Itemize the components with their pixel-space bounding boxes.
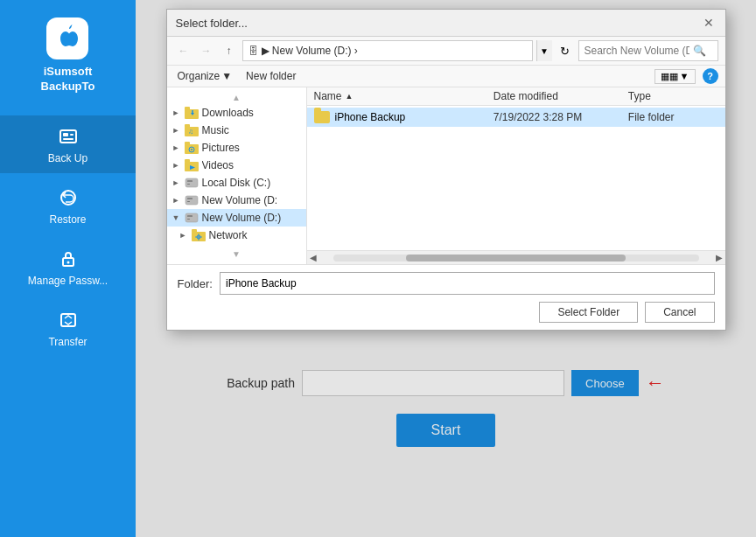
file-rows: iPhone Backup 7/19/2022 3:28 PM File fol…: [307, 106, 725, 250]
svg-rect-15: [185, 142, 190, 145]
local-disk-c-icon: [185, 177, 199, 189]
svg-rect-19: [185, 159, 190, 163]
tree-label-network: Network: [209, 229, 248, 241]
sidebar-item-restore-label: Restore: [49, 213, 86, 226]
tree-label-music: Music: [202, 124, 229, 136]
search-box: 🔍: [578, 40, 718, 61]
address-bar-icon: 🗄: [248, 45, 258, 56]
sort-icon: ▲: [346, 92, 354, 101]
nav-back-button[interactable]: ←: [174, 41, 193, 60]
tree-chevron-new-volume-d: ▼: [172, 213, 181, 222]
tree-chevron-local-disk-c: ►: [172, 178, 181, 187]
tree-chevron-videos: ►: [172, 161, 181, 170]
tree-item-new-volume-d[interactable]: ▼ New Volume (D:): [167, 209, 306, 227]
dialog-overlay: Select folder... ✕ ← → ↑ 🗄 ▶ New Volume …: [136, 0, 756, 537]
table-row[interactable]: iPhone Backup 7/19/2022 3:28 PM File fol…: [307, 108, 725, 127]
svg-rect-3: [63, 138, 74, 140]
app-logo-icon: [46, 17, 88, 59]
sidebar-item-backup[interactable]: Back Up: [0, 115, 136, 173]
dialog-close-button[interactable]: ✕: [701, 15, 717, 31]
search-input[interactable]: [584, 45, 690, 57]
svg-text:♫: ♫: [188, 128, 193, 136]
refresh-button[interactable]: ↻: [556, 41, 575, 60]
organize-label: Organize: [178, 70, 220, 82]
folder-input[interactable]: [220, 272, 715, 295]
videos-icon: [185, 159, 199, 171]
tree-chevron-new-volume-d-child: ►: [172, 196, 181, 205]
address-dropdown-button[interactable]: ▼: [536, 40, 552, 61]
svg-rect-21: [186, 178, 198, 187]
sidebar-item-restore[interactable]: Restore: [0, 177, 136, 234]
dialog-footer: Folder: Select Folder Cancel: [167, 264, 725, 330]
scroll-left-button[interactable]: ◀: [307, 253, 319, 262]
tree-item-local-disk-c[interactable]: ► Local Disk (C:): [167, 174, 306, 192]
dialog-toolbar2: Organize ▼ New folder ▦▦ ▼ ?: [167, 66, 725, 87]
help-button[interactable]: ?: [703, 68, 718, 84]
tree-chevron-pictures: ►: [172, 143, 181, 152]
svg-rect-26: [187, 201, 190, 202]
network-icon: [192, 229, 206, 241]
file-name-label: iPhone Backup: [335, 111, 406, 123]
file-row-date: 7/19/2022 3:28 PM: [494, 111, 628, 123]
select-folder-button[interactable]: Select Folder: [539, 302, 638, 323]
svg-rect-27: [186, 213, 198, 222]
nav-up-button[interactable]: ↑: [220, 41, 239, 60]
svg-rect-22: [187, 180, 192, 182]
svg-rect-29: [187, 219, 190, 220]
tree-item-network[interactable]: ► Network: [167, 227, 306, 244]
svg-rect-0: [60, 130, 76, 143]
dialog-titlebar: Select folder... ✕: [167, 10, 725, 37]
nav-forward-button[interactable]: →: [197, 41, 216, 60]
svg-rect-25: [187, 198, 192, 199]
file-row-type: File folder: [628, 111, 718, 123]
downloads-icon: [185, 107, 199, 119]
sidebar-item-transfer-label: Transfer: [48, 336, 87, 348]
tree-item-downloads[interactable]: ► Downloads: [167, 104, 306, 122]
cancel-button[interactable]: Cancel: [645, 302, 714, 323]
dialog-toolbar: ← → ↑ 🗄 ▶ New Volume (D:) › ▼ ↻ 🔍: [167, 37, 725, 66]
tree-item-pictures[interactable]: ► Pictures: [167, 139, 306, 157]
folder-label: Folder:: [178, 277, 213, 290]
dialog-title: Select folder...: [176, 17, 248, 30]
address-bar-text: ▶ New Volume (D:) ›: [262, 45, 358, 57]
svg-rect-28: [187, 215, 192, 217]
backup-icon: [56, 124, 80, 149]
folder-icon: [314, 111, 330, 123]
tree-item-new-volume-d-child[interactable]: ► New Volume (D:: [167, 192, 306, 209]
file-row-name: iPhone Backup: [314, 111, 494, 123]
tree-item-videos[interactable]: ► Videos: [167, 157, 306, 174]
tree-label-downloads: Downloads: [202, 107, 254, 119]
new-folder-label: New folder: [246, 70, 296, 82]
organize-button[interactable]: Organize ▼: [174, 68, 236, 84]
scroll-track: [333, 255, 699, 262]
tree-item-music[interactable]: ► ♫ Music: [167, 122, 306, 139]
new-folder-button[interactable]: New folder: [242, 68, 299, 84]
sidebar-item-manage-passwords[interactable]: Manage Passw...: [0, 238, 136, 296]
svg-point-6: [66, 261, 69, 263]
tree-label-new-volume-d-child: New Volume (D:: [202, 194, 278, 206]
scroll-down-indicator: ▼: [167, 248, 306, 261]
scroll-right-button[interactable]: ▶: [713, 253, 725, 262]
scroll-up-indicator: ▲: [167, 91, 306, 104]
svg-rect-2: [70, 134, 74, 136]
svg-point-17: [191, 149, 192, 150]
organize-dropdown-icon: ▼: [221, 70, 232, 82]
sidebar-item-backup-label: Back Up: [48, 152, 88, 164]
scroll-thumb: [406, 255, 626, 262]
pictures-icon: [185, 142, 199, 154]
svg-rect-31: [192, 229, 197, 233]
col-date-header: Date modified: [494, 90, 628, 102]
tree-chevron-music: ►: [172, 126, 181, 135]
svg-rect-23: [187, 184, 190, 185]
view-button[interactable]: ▦▦ ▼: [654, 69, 696, 84]
restore-icon: [56, 185, 80, 210]
tree-panel: ▲ ► Downloads ►: [167, 87, 307, 264]
address-bar: 🗄 ▶ New Volume (D:) ›: [242, 40, 533, 61]
horizontal-scrollbar[interactable]: ◀ ▶: [307, 250, 725, 264]
app-logo: iSumsoft BackupTo: [41, 17, 95, 94]
tree-label-new-volume-d: New Volume (D:): [202, 212, 282, 224]
sidebar-item-transfer[interactable]: Transfer: [0, 299, 136, 357]
svg-rect-24: [186, 196, 198, 205]
file-dialog: Select folder... ✕ ← → ↑ 🗄 ▶ New Volume …: [166, 9, 726, 331]
svg-rect-9: [185, 107, 190, 110]
